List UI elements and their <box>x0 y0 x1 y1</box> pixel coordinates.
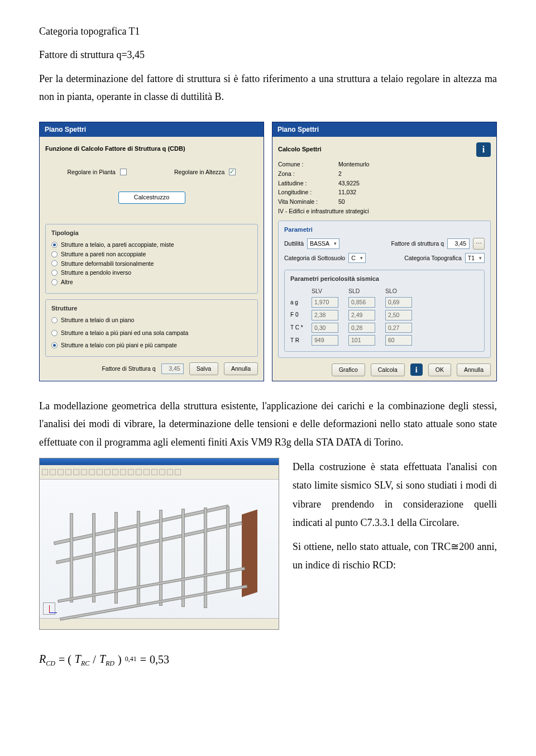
strutture-1-label: Strutture a telaio di un piano <box>61 316 134 324</box>
strutture-2-label: Strutture a telaio a più piani ed una so… <box>61 329 188 337</box>
cat-topografica-select[interactable]: T1▾ <box>465 253 485 264</box>
spettri-info-grid: Comune :Montemurlo Zona :2 Latitudine :4… <box>278 160 491 215</box>
calcola-button[interactable]: Calcola <box>371 363 405 376</box>
tipologia-1-label: Strutture a telaio, a pareti accoppiate,… <box>61 241 174 249</box>
fattore-q-output: 3,45 <box>161 363 184 374</box>
row-tc-label: T C * <box>290 324 306 332</box>
intro-line-3: Per la determinazione del fattore di str… <box>39 70 497 106</box>
radio-strutture-2[interactable] <box>51 330 58 336</box>
radio-tipologia-2[interactable] <box>51 251 58 257</box>
zona-label: Zona : <box>278 170 334 178</box>
radio-tipologia-5[interactable] <box>51 279 58 285</box>
right-paragraph-2: Si ottiene, nello stato attuale, con TRC… <box>293 538 497 575</box>
annulla-button-2[interactable]: Annulla <box>457 363 491 376</box>
row-f0-label: F 0 <box>290 311 306 319</box>
cat-sottosuolo-label: Categoria di Sottosuolo <box>284 254 345 262</box>
mid-paragraph: La modellazione geometrica della struttu… <box>39 397 497 451</box>
fattore-q2-input[interactable]: 3,45 <box>447 238 470 249</box>
checkbox-regolare-pianta[interactable] <box>120 169 127 175</box>
tipologia-3-label: Strutture deformabili torsionalmente <box>61 260 154 268</box>
strutture-3-label: Strutture a telaio con più piani e più c… <box>61 341 177 350</box>
tc-slv: 0,30 <box>312 323 338 333</box>
ok-button[interactable]: OK <box>428 363 451 376</box>
pericolosita-heading: Parametri pericolosità sismica <box>290 275 478 283</box>
radio-strutture-3[interactable] <box>51 342 58 348</box>
dialog-fattore-struttura: Piano Spettri Funzione di Calcolo Fattor… <box>39 122 264 381</box>
lat-value: 43,9225 <box>338 179 491 188</box>
duttilita-select[interactable]: BASSA▾ <box>307 238 339 249</box>
fattore-q2-label: Fattore di struttura q <box>391 240 444 248</box>
tr-sld: 101 <box>348 335 375 346</box>
col-sld: SLD <box>348 287 380 295</box>
ag-sld: 0,856 <box>348 297 375 308</box>
duttilita-label: Duttilità <box>284 240 304 248</box>
parametri-heading: Parametri <box>284 226 485 234</box>
lon-value: 11,032 <box>338 188 491 197</box>
fattore-q-lookup-button[interactable]: ⋯ <box>473 238 485 250</box>
label-regolare-pianta: Regolare in Pianta <box>68 168 116 176</box>
fattore-q-label: Fattore di Struttura q <box>102 365 155 373</box>
cat-sottosuolo-select[interactable]: C▾ <box>348 253 366 264</box>
tr-slv: 949 <box>312 335 338 346</box>
info-icon[interactable]: i <box>476 142 491 157</box>
strutture-heading: Strutture <box>51 304 252 313</box>
dialog1-title: Piano Spettri <box>40 122 264 137</box>
edificio-type: IV - Edifici e infrastrutture strategici <box>278 207 491 216</box>
tipologia-4-label: Strutture a pendolo inverso <box>61 269 131 277</box>
tr-slo: 60 <box>385 335 412 346</box>
group-pericolosita: Parametri pericolosità sismica SLV SLD S… <box>284 270 485 352</box>
radio-strutture-1[interactable] <box>51 317 58 323</box>
cat-topografica-label: Categoria Topografica <box>404 254 462 262</box>
model-viewport <box>40 480 279 618</box>
comune-label: Comune : <box>278 160 334 169</box>
label-regolare-altezza: Regolare in Altezza <box>174 168 224 176</box>
formula-rcd: RCD = ( TRC / TRD )0,41 = 0,53 <box>39 649 497 670</box>
row-ag-label: a g <box>290 299 306 307</box>
ag-slv: 1,970 <box>312 297 338 308</box>
toolbar-icon <box>42 469 48 475</box>
col-slo: SLO <box>385 287 417 295</box>
f0-slv: 2,38 <box>312 310 338 320</box>
zona-value: 2 <box>338 170 491 178</box>
right-paragraph-1: Della costruzione è stata effettuata l'a… <box>293 458 497 532</box>
group-strutture: Strutture Strutture a telaio di un piano… <box>45 299 258 357</box>
tc-sld: 0,28 <box>348 323 375 333</box>
lon-label: Longitudine : <box>278 188 334 197</box>
grafico-button[interactable]: Grafico <box>332 363 365 376</box>
radio-tipologia-3[interactable] <box>51 260 58 266</box>
annulla-button[interactable]: Annulla <box>224 362 258 375</box>
comune-value: Montemurlo <box>338 160 491 169</box>
dialog2-title: Piano Spettri <box>272 122 496 137</box>
col-slv: SLV <box>312 287 343 295</box>
checkbox-regolare-altezza[interactable] <box>229 169 236 175</box>
salva-button[interactable]: Salva <box>189 362 218 375</box>
tipologia-2-label: Strutture a pareti non accoppiate <box>61 250 146 259</box>
f0-sld: 2,49 <box>348 310 375 320</box>
vita-value: 50 <box>338 198 491 206</box>
tipologia-5-label: Altre <box>61 278 73 286</box>
info-icon-2[interactable]: i <box>410 363 423 376</box>
lat-label: Latitudine : <box>278 179 334 188</box>
group-tipologia: Tipologia Strutture a telaio, a pareti a… <box>45 224 258 294</box>
radio-tipologia-1[interactable] <box>51 242 58 248</box>
radio-tipologia-4[interactable] <box>51 270 58 276</box>
tc-slo: 0,27 <box>385 323 412 333</box>
material-button[interactable]: Calcestruzzo <box>118 192 185 203</box>
vita-label: Vita Nominale : <box>278 198 334 206</box>
intro-line-1: Categoria topografica T1 <box>39 22 497 40</box>
axis-vm-screenshot <box>39 458 279 630</box>
dialog2-subtitle: Calcolo Spettri <box>278 145 322 154</box>
dialog1-subtitle: Funzione di Calcolo Fattore di Struttura… <box>45 145 258 153</box>
ag-slo: 0,69 <box>385 297 412 308</box>
row-tr-label: T R <box>290 337 306 344</box>
dialog-calcolo-spettri: Piano Spettri Calcolo Spettri i Comune :… <box>272 122 497 381</box>
tipologia-heading: Tipologia <box>51 229 252 237</box>
group-parametri: Parametri Duttilità BASSA▾ Fattore di st… <box>278 221 491 358</box>
intro-line-2: Fattore di struttura q=3,45 <box>39 46 497 64</box>
f0-slo: 2,50 <box>385 310 412 320</box>
